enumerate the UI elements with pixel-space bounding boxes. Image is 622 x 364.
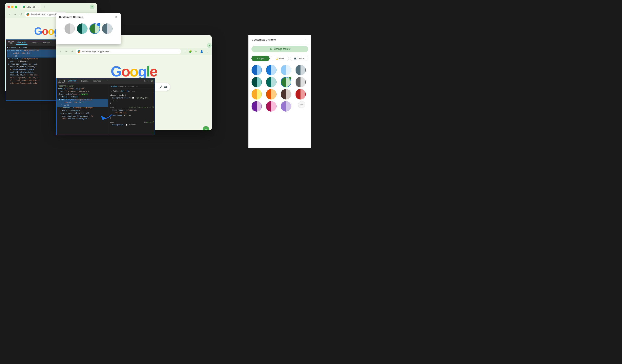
devtools-inspect-btn-back[interactable]: ⊡ bbox=[8, 41, 11, 44]
html-line: ▶ <ntp-app realbox-is-tall_ bbox=[7, 63, 58, 66]
customize-close-top[interactable]: × bbox=[114, 15, 118, 19]
color-swatch-red[interactable] bbox=[295, 89, 306, 99]
maximize-icon-back[interactable]: ▼ bbox=[90, 4, 95, 9]
cam-icon-front[interactable]: 📷 bbox=[164, 85, 167, 88]
maximize-button-back[interactable] bbox=[15, 6, 17, 8]
customize-panel-right: Customize Chrome × 🖼 Change theme ✓ Ligh… bbox=[248, 35, 311, 148]
color-swatch-check-green: ✓ bbox=[289, 77, 292, 79]
color-swatch-teal[interactable] bbox=[252, 77, 262, 87]
color-swatch-purple1[interactable] bbox=[252, 101, 262, 111]
google-logo-front: Google bbox=[111, 63, 157, 80]
color-swatch-brown[interactable] bbox=[281, 89, 291, 99]
more-tabs-front[interactable]: >> bbox=[136, 85, 138, 88]
dark-label: Dark bbox=[279, 57, 284, 60]
forward-btn-front[interactable]: → bbox=[64, 49, 68, 54]
html-panel-back[interactable]: ▶ <head>···</head> ▼ <body style="backgr… bbox=[6, 46, 58, 100]
css-selector-front: element.style { bbox=[110, 94, 154, 97]
omnibox-input-front[interactable]: Search Google or type a URL bbox=[76, 49, 181, 54]
custom-color-btn[interactable]: ✏ bbox=[298, 101, 305, 108]
refresh-btn-front[interactable]: ↺ bbox=[70, 49, 74, 54]
mic-icon-front[interactable]: 🎤 bbox=[159, 85, 163, 88]
devtools-tab-console-back[interactable]: Console bbox=[29, 41, 40, 45]
theme-swatch-teal[interactable] bbox=[77, 23, 87, 34]
css-close: } bbox=[110, 117, 154, 120]
devtools-toolbar-front: ⊡ 📱 Elements Console Sources >> ⚙ ⋮ ✕ bbox=[57, 78, 155, 84]
new-style-btn-front[interactable]: ⊞ bbox=[133, 90, 134, 93]
add-rule-btn-front[interactable]: + bbox=[131, 90, 132, 93]
color-grid: ✓ ✏ bbox=[249, 63, 311, 114]
tab-close-back[interactable]: × bbox=[36, 6, 39, 8]
mode-btn-dark[interactable]: 🌙 Dark bbox=[271, 56, 289, 61]
customize-close-right[interactable]: × bbox=[304, 38, 308, 41]
theme-swatch-gray[interactable] bbox=[64, 23, 75, 34]
back-btn-back[interactable]: ← bbox=[7, 12, 12, 16]
color-swatch-blue3[interactable] bbox=[281, 65, 291, 75]
html-line: e" modules-redesigned- bbox=[7, 68, 58, 71]
layout-tab-front[interactable]: Layout bbox=[128, 85, 135, 88]
back-btn-front[interactable]: ← bbox=[58, 49, 63, 54]
color-swatch-slate[interactable] bbox=[295, 65, 306, 75]
css-property: font-family: system-ui, bbox=[110, 109, 154, 112]
theme-swatch-bluegray[interactable] bbox=[102, 23, 113, 34]
star-btn-front[interactable]: ☆ bbox=[183, 49, 187, 54]
refresh-btn-back[interactable]: ↺ bbox=[19, 12, 23, 16]
hov-btn-front[interactable]: :hov bbox=[120, 90, 125, 93]
tab-add-back[interactable]: + bbox=[42, 5, 46, 9]
theme-swatch-green[interactable]: ✓ bbox=[89, 23, 100, 34]
change-theme-icon: 🖼 bbox=[270, 48, 272, 51]
styles-toolbar-front: Styles Computed Layout >> bbox=[110, 85, 154, 89]
devtools-tab-elements-back[interactable]: Elements bbox=[16, 40, 27, 45]
swatch-check-green: ✓ bbox=[97, 23, 100, 26]
pen-btn-front[interactable]: ✏ bbox=[194, 49, 198, 54]
html-line: ▶ <iframe id="backgroundImage" bbox=[57, 107, 108, 109]
html-line: ▼ <body style="background-colo bbox=[57, 99, 108, 102]
color-swatch-yellow[interactable] bbox=[252, 89, 262, 99]
device-label: Device bbox=[297, 57, 304, 60]
devtools-device-btn-front[interactable]: 📱 bbox=[62, 80, 65, 83]
maximize-icon-front[interactable]: ▼ bbox=[207, 43, 212, 48]
minimize-button-back[interactable] bbox=[11, 6, 14, 8]
devtools-close-btn-front[interactable]: ✕ bbox=[151, 79, 153, 83]
color-swatch-purple2[interactable] bbox=[281, 101, 291, 111]
devtools-tab-console-front[interactable]: Console bbox=[79, 79, 90, 83]
devtools-settings-btn-front[interactable]: ⚙ bbox=[144, 80, 146, 83]
change-theme-button[interactable]: 🖼 Change theme bbox=[252, 46, 308, 52]
computed-tab-front[interactable]: Computed bbox=[118, 85, 127, 88]
devtools-tab-elements-front[interactable]: Elements bbox=[66, 79, 78, 83]
customize-btn-front[interactable]: ✏ bbox=[203, 126, 209, 130]
color-swatch-teal2[interactable] bbox=[266, 77, 276, 87]
mode-btn-light[interactable]: ✓ Light bbox=[252, 56, 270, 61]
css-rule: body {(index):7 background: #FFFFFF; bbox=[110, 121, 154, 127]
html-panel-front[interactable]: <!DOCTYPE html> <html dir="ltr" lang="en… bbox=[57, 84, 109, 135]
css-property: background: #FFFFFF; bbox=[110, 124, 154, 127]
cls-btn-front[interactable]: .cls bbox=[125, 90, 130, 93]
extensions-btn-front[interactable]: 🧩 bbox=[188, 49, 192, 54]
close-button-back[interactable] bbox=[7, 6, 10, 8]
devtools-tab-more-front[interactable]: >> bbox=[104, 79, 110, 83]
devtools-tab-sources-front[interactable]: Sources bbox=[92, 79, 102, 83]
light-icon: ✓ bbox=[257, 57, 258, 60]
color-swatch-orange[interactable] bbox=[266, 89, 276, 99]
devtools-tab-sources-back[interactable]: Sources bbox=[41, 41, 52, 45]
traffic-lights-back bbox=[7, 6, 17, 8]
devtools-device-btn-back[interactable]: 📱 bbox=[11, 41, 14, 44]
tab-back[interactable]: New Tab × bbox=[20, 4, 41, 9]
color-swatch-blue2[interactable] bbox=[266, 65, 276, 75]
styles-panel-front[interactable]: Styles Computed Layout >> ⊘ Filter :hov … bbox=[109, 84, 155, 135]
profile-btn-front[interactable]: 👤 bbox=[199, 49, 204, 54]
forward-btn-back[interactable]: → bbox=[13, 12, 17, 16]
color-swatch-green[interactable]: ✓ bbox=[281, 77, 291, 87]
color-swatch-blue[interactable] bbox=[252, 65, 262, 75]
devtools-inspect-btn-front[interactable]: ⊡ bbox=[58, 80, 61, 83]
html-line: enabled_ style="--ntp-logo- bbox=[7, 74, 58, 77]
styles-tab-front[interactable]: Styles bbox=[111, 85, 117, 88]
color-swatch-gray[interactable] bbox=[295, 77, 306, 87]
html-line: ▶ <head>···</head> bbox=[7, 47, 58, 49]
color-swatch-pink[interactable] bbox=[266, 101, 276, 111]
menu-btn-front[interactable]: ⋮ bbox=[205, 49, 209, 54]
html-line: class="focus-outline-visible" bbox=[57, 91, 108, 93]
filter-icon-front: ⊘ Filter bbox=[111, 90, 119, 93]
devtools-more-btn-front[interactable]: ⋮ bbox=[147, 80, 149, 83]
computed-btn-front[interactable]: ⊟ bbox=[134, 90, 135, 93]
mode-btn-device[interactable]: 💻 Device bbox=[290, 56, 308, 61]
